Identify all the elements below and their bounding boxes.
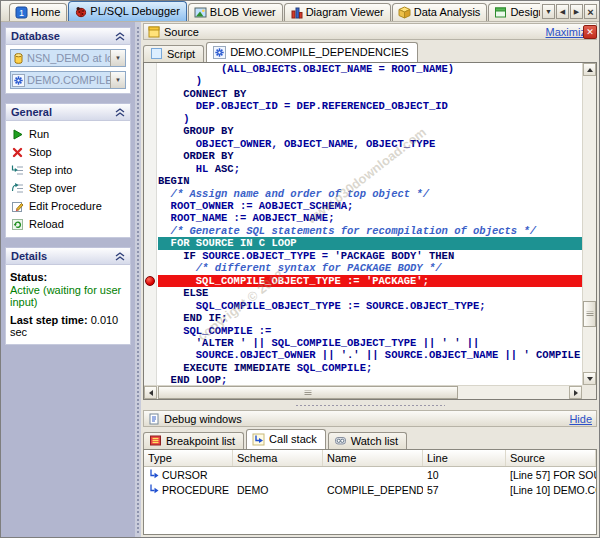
code-area[interactable]: www.p30download.com copyright © 2012 (AL… bbox=[158, 63, 582, 385]
code-segment: ; bbox=[423, 275, 429, 287]
breakpoint-dot[interactable] bbox=[145, 276, 155, 286]
action-label: Stop bbox=[29, 146, 52, 158]
code-segment: ASC bbox=[215, 163, 234, 175]
details-section-body: Status: Active (waiting for user input) … bbox=[5, 264, 131, 345]
code-line: ELSE bbox=[158, 287, 582, 299]
debug-panel-header: Debug windows Hide bbox=[143, 410, 597, 427]
column-header-type[interactable]: Type bbox=[144, 450, 233, 466]
code-segment: SQL_COMPILE := bbox=[158, 325, 271, 337]
document-tabbar: 1HomePL/SQL DebuggerBLOB ViewerDiagram V… bbox=[1, 1, 599, 22]
tab-list-dropdown-button[interactable]: ▼ bbox=[542, 4, 555, 19]
object-dropdown-button[interactable]: ▼ bbox=[110, 72, 125, 88]
action-run[interactable]: Run bbox=[10, 125, 126, 143]
splitter-grip bbox=[295, 404, 445, 407]
doc-tab-script[interactable]: Script bbox=[143, 45, 204, 62]
doc-tab-demo-compile-dependencies[interactable]: DEMO.COMPILE_DEPENDENCIES bbox=[206, 42, 417, 62]
tab-label: Diagram Viewer bbox=[306, 6, 384, 18]
home-icon: 1 bbox=[15, 6, 28, 19]
debug-tab-watch-list[interactable]: Watch list bbox=[328, 432, 407, 449]
tab-designer[interactable]: Designer bbox=[488, 3, 540, 21]
sidebar: Database NSN_DEMO at local ▼ DEMO.COMPIL… bbox=[1, 22, 135, 537]
code-segment bbox=[158, 287, 183, 299]
cell-source: [Line 57] FOR SOURCE bbox=[506, 469, 596, 481]
code-editor[interactable]: www.p30download.com copyright © 2012 (AL… bbox=[143, 62, 597, 400]
column-header-line[interactable]: Line bbox=[423, 450, 506, 466]
collapse-chevrons-icon[interactable] bbox=[115, 252, 125, 261]
action-step-into[interactable]: Step into bbox=[10, 161, 126, 179]
editor-gutter[interactable] bbox=[144, 63, 157, 385]
connection-combobox[interactable]: NSN_DEMO at local ▼ bbox=[10, 49, 126, 67]
doc-tab-label: Script bbox=[167, 48, 195, 60]
tab-label: BLOB Viewer bbox=[210, 6, 276, 18]
action-step-over[interactable]: Step over bbox=[10, 179, 126, 197]
table-row[interactable]: CURSOR10[Line 57] FOR SOURCE bbox=[144, 467, 596, 482]
code-segment: ORDER BY bbox=[183, 150, 233, 162]
code-segment bbox=[158, 374, 171, 385]
scroll-up-button[interactable] bbox=[583, 63, 596, 76]
code-segment bbox=[158, 125, 183, 137]
panel-splitter[interactable] bbox=[143, 402, 597, 409]
hide-link[interactable]: Hide bbox=[569, 413, 592, 425]
action-reload[interactable]: Reload bbox=[10, 215, 126, 233]
code-segment: 'PACKAGE' bbox=[366, 275, 423, 287]
code-segment: ' COMPILE' bbox=[523, 349, 582, 361]
script-icon bbox=[150, 47, 163, 60]
table-row[interactable]: PROCEDUREDEMOCOMPILE_DEPENDENCIE57[Line … bbox=[144, 482, 596, 497]
column-header-name[interactable]: Name bbox=[323, 450, 423, 466]
code-line: (ALL_OBJECTS.OBJECT_NAME = ROOT_NAME) bbox=[158, 63, 582, 75]
scroll-left-button[interactable] bbox=[144, 386, 157, 399]
tab-label: Designer bbox=[510, 6, 540, 18]
section-header-database[interactable]: Database bbox=[5, 27, 131, 44]
tab-diagram-viewer[interactable]: Diagram Viewer bbox=[284, 3, 391, 21]
tab-pl-sql-debugger[interactable]: PL/SQL Debugger bbox=[68, 1, 186, 21]
horizontal-scroll-thumb[interactable] bbox=[158, 386, 458, 399]
object-combobox[interactable]: DEMO.COMPILE_DEPE ▼ bbox=[10, 71, 126, 89]
code-segment bbox=[158, 337, 196, 349]
collapse-chevrons-icon[interactable] bbox=[115, 32, 125, 41]
tab-data-analysis[interactable]: Data Analysis bbox=[392, 3, 488, 21]
code-line: ) bbox=[158, 113, 582, 125]
code-segment: SOURCE bbox=[196, 237, 240, 249]
code-segment: (ALL_OBJECTS.OBJECT_NAME = ROOT_NAME) bbox=[158, 63, 454, 75]
debug-tab-breakpoint-list[interactable]: Breakpoint list bbox=[143, 432, 244, 449]
scroll-right-button[interactable] bbox=[569, 386, 582, 399]
tab-home[interactable]: 1Home bbox=[9, 3, 67, 21]
code-line: GROUP BY bbox=[158, 125, 582, 137]
scrollbar-corner bbox=[582, 385, 596, 399]
scroll-tabs-right-button[interactable]: ▶ bbox=[570, 4, 583, 19]
code-line: OBJECT_OWNER, OBJECT_NAME, OBJECT_TYPE bbox=[158, 138, 582, 150]
close-document-button[interactable]: ✕ bbox=[583, 25, 597, 39]
scroll-down-button[interactable] bbox=[583, 372, 596, 385]
column-header-schema[interactable]: Schema bbox=[233, 450, 323, 466]
doc-tab-label: DEMO.COMPILE_DEPENDENCIES bbox=[230, 46, 408, 58]
tab-nav-buttons: ▼◀▶× bbox=[540, 4, 599, 21]
gear-icon bbox=[213, 46, 226, 59]
cell-name: COMPILE_DEPENDENCIE bbox=[323, 484, 423, 496]
code-segment bbox=[158, 225, 171, 237]
action-stop[interactable]: Stop bbox=[10, 143, 126, 161]
section-header-general[interactable]: General bbox=[5, 103, 131, 120]
code-line: 'ALTER ' || SQL_COMPILE_OBJECT_TYPE || '… bbox=[158, 337, 582, 349]
code-segment: /* different syntax for PACKAGE BODY */ bbox=[196, 262, 442, 274]
debug-tab-call-stack[interactable]: Call stack bbox=[246, 429, 326, 449]
tab-blob-viewer[interactable]: BLOB Viewer bbox=[188, 3, 283, 21]
close-tab-button[interactable]: × bbox=[584, 4, 597, 19]
scroll-tabs-left-button[interactable]: ◀ bbox=[556, 4, 569, 19]
section-header-details[interactable]: Details bbox=[5, 247, 131, 264]
code-line: END LOOP; bbox=[158, 374, 582, 385]
code-segment: 'ALTER ' bbox=[196, 337, 246, 349]
collapse-chevrons-icon[interactable] bbox=[115, 108, 125, 117]
vertical-scroll-thumb[interactable] bbox=[583, 301, 596, 327]
action-edit-procedure[interactable]: Edit Procedure bbox=[10, 197, 126, 215]
connection-dropdown-button[interactable]: ▼ bbox=[110, 50, 125, 66]
breakpoint-line: SQL_COMPILE_OBJECT_TYPE := 'PACKAGE'; bbox=[158, 275, 582, 287]
tab-label: Data Analysis bbox=[414, 6, 481, 18]
column-header-source[interactable]: Source bbox=[506, 450, 596, 466]
vertical-scrollbar[interactable] bbox=[582, 63, 596, 385]
horizontal-scrollbar[interactable] bbox=[144, 385, 582, 399]
code-line: CONNECT BY bbox=[158, 88, 582, 100]
code-segment: || SOURCE.OBJECT_NAME || bbox=[360, 349, 524, 361]
code-segment: || bbox=[460, 337, 479, 349]
code-segment bbox=[158, 188, 171, 200]
debug-tab-label: Breakpoint list bbox=[166, 435, 235, 447]
